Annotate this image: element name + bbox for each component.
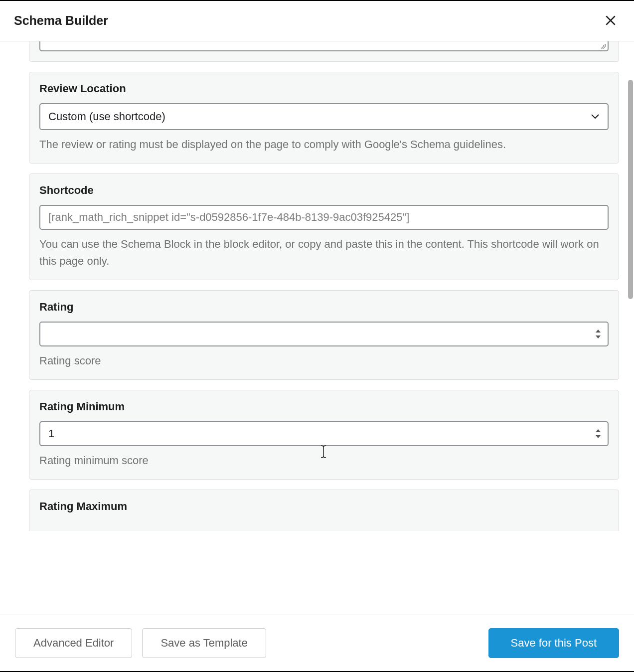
close-icon [604,14,617,27]
review-location-select[interactable]: Custom (use shortcode) [39,103,609,130]
panel-review-location: Review Location Custom (use shortcode) T… [29,72,619,164]
shortcode-input[interactable] [39,205,609,230]
close-button[interactable] [601,11,620,30]
modal-header: Schema Builder [0,0,634,41]
review-location-help: The review or rating must be displayed o… [39,136,609,153]
rating-label: Rating [39,301,609,314]
shortcode-help: You can use the Schema Block in the bloc… [39,236,609,270]
panel-previous-trail [29,41,619,62]
panel-shortcode: Shortcode You can use the Schema Block i… [29,173,619,280]
textarea-resize-handle[interactable] [39,41,609,51]
scrollbar-thumb[interactable] [628,80,633,299]
advanced-editor-button[interactable]: Advanced Editor [15,628,132,658]
rating-maximum-label: Rating Maximum [39,500,609,513]
save-as-template-button[interactable]: Save as Template [142,628,266,658]
rating-help: Rating score [39,352,609,369]
modal-footer: Advanced Editor Save as Template Save fo… [0,615,634,671]
modal-title: Schema Builder [14,13,108,28]
panel-rating-minimum: Rating Minimum Rating minimum score [29,390,619,480]
panel-rating-maximum: Rating Maximum [29,490,619,531]
rating-input[interactable] [39,322,609,346]
modal-body: Review Location Custom (use shortcode) T… [0,41,634,614]
rating-minimum-help: Rating minimum score [39,452,609,469]
rating-minimum-input[interactable] [39,421,609,446]
review-location-label: Review Location [39,82,609,95]
save-for-post-button[interactable]: Save for this Post [488,628,619,658]
shortcode-label: Shortcode [39,184,609,197]
rating-minimum-label: Rating Minimum [39,400,609,413]
panel-rating: Rating Rating score [29,290,619,380]
